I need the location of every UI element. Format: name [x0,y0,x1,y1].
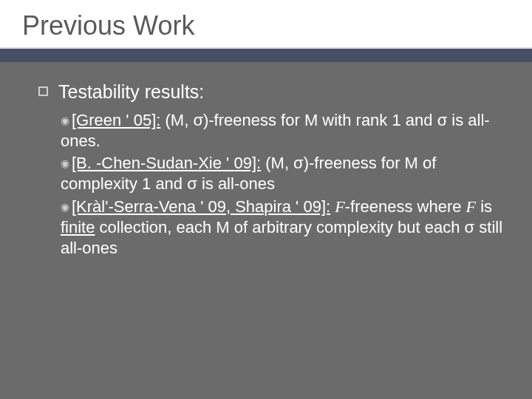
math-symbol: F [466,197,476,216]
slide: Previous Work Testability results: ◉[Gre… [0,0,532,399]
bullet-list: ◉[Green ' 05]: (M, σ)-freeness for M wit… [38,110,504,259]
item-text: is [476,197,492,216]
citation: [Green ' 05]: [72,111,160,129]
citation: [Kràl'-Serra-Vena ' 09, Shapira ' 09]: [72,197,330,216]
content: Testability results: ◉[Green ' 05]: (M, … [0,62,532,259]
list-item: ◉[B. -Chen-Sudan-Xie ' 09]: (M, σ)-freen… [61,153,504,194]
emphasis: finite [61,218,95,236]
citation: [B. -Chen-Sudan-Xie ' 09]: [72,154,261,172]
item-text: -freeness where [345,197,466,216]
square-bullet-icon [38,86,48,96]
circle-bullet-icon: ◉ [61,115,69,126]
heading-row: Testability results: [38,81,504,103]
math-symbol: F [335,197,344,216]
list-item: ◉[Kràl'-Serra-Vena ' 09, Shapira ' 09]: … [61,197,504,259]
section-heading: Testability results: [58,81,204,103]
circle-bullet-icon: ◉ [61,201,69,213]
title-area: Previous Work [0,0,532,47]
divider [0,47,532,62]
list-item: ◉[Green ' 05]: (M, σ)-freeness for M wit… [61,110,504,151]
divider-thick [0,49,532,62]
item-text: collection, each M of arbitrary complexi… [61,218,502,257]
circle-bullet-icon: ◉ [61,157,69,169]
slide-title: Previous Work [22,10,510,41]
